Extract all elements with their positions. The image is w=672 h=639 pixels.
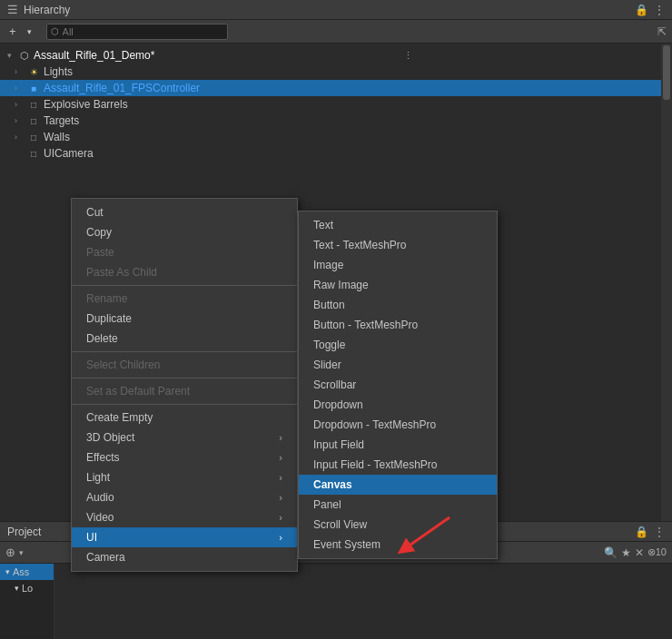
search-icon: ⬡ <box>51 26 59 36</box>
tree-item-walls[interactable]: › □ Walls <box>0 129 672 145</box>
cube-icon: ■ <box>27 82 40 94</box>
submenu-arrow-icon: › <box>279 452 282 463</box>
context-menu-primary: Cut Copy Paste Paste As Child Rename Dup… <box>71 198 298 572</box>
menu-scroll-view[interactable]: Scroll View <box>299 515 497 535</box>
star-icon[interactable]: ★ <box>621 546 631 559</box>
separator-3 <box>72 378 297 378</box>
menu-panel[interactable]: Panel <box>299 495 497 515</box>
menu-slider[interactable]: Slider <box>299 355 497 375</box>
tree-item-lights[interactable]: › ☀ Lights <box>0 64 672 80</box>
menu-dropdown-textmeshpro[interactable]: Dropdown - TextMeshPro <box>299 415 497 435</box>
menu-scrollbar[interactable]: Scrollbar <box>299 375 497 395</box>
row-more-icon[interactable]: ⋮ <box>403 50 413 62</box>
separator-4 <box>72 404 297 405</box>
more-icon[interactable]: ⋮ <box>654 4 665 16</box>
bottom-left-panel: ▾ Ass ▾ Lo <box>0 564 54 639</box>
search-input[interactable] <box>63 26 223 37</box>
menu-copy[interactable]: Copy <box>72 222 297 242</box>
tree-item-label: Assault_Rifle_01_Demo* <box>34 49 154 62</box>
menu-effects[interactable]: Effects › <box>72 447 297 467</box>
menu-ui[interactable]: UI › <box>72 527 297 547</box>
context-menu-ui-submenu: Text Text - TextMeshPro Image Raw Image … <box>298 211 498 559</box>
menu-button[interactable]: Button <box>299 295 497 315</box>
menu-select-children: Select Children <box>72 355 297 375</box>
search-bottom-icon[interactable]: 🔍 <box>604 546 618 559</box>
arrow-icon: › <box>15 100 24 109</box>
tree-item-label: Targets <box>44 114 79 127</box>
hierarchy-tree: ▾ ⬡ Assault_Rifle_01_Demo* ⋮ › › ☀ Light… <box>0 44 672 165</box>
scrollbar[interactable] <box>661 44 672 521</box>
tree-item-label: Walls <box>44 131 70 143</box>
arrow-icon: ▾ <box>7 51 16 60</box>
bottom-tree-label: Ass <box>13 566 29 577</box>
cube-icon: □ <box>27 131 40 143</box>
submenu-arrow-icon: › <box>279 492 282 503</box>
dropdown-icon[interactable]: ▾ <box>19 548 24 557</box>
tree-item-controller[interactable]: › ■ Assault_Rifle_01_FPSController › <box>0 80 672 96</box>
submenu-arrow-icon: › <box>279 472 282 483</box>
expand-icon[interactable]: ⇱ <box>657 25 667 38</box>
arrow-icon: ▾ <box>5 567 10 576</box>
menu-camera[interactable]: Camera <box>72 547 297 567</box>
project-header-icons: 🔒 ⋮ <box>635 526 665 538</box>
menu-duplicate[interactable]: Duplicate <box>72 309 297 329</box>
project-title: Project <box>7 526 41 538</box>
close-icon[interactable]: ✕ <box>635 546 644 559</box>
menu-canvas[interactable]: Canvas <box>299 475 497 495</box>
separator-2 <box>72 351 297 352</box>
submenu-arrow-icon: › <box>279 512 282 523</box>
menu-cut[interactable]: Cut <box>72 202 297 222</box>
hierarchy-toolbar: + ▾ ⬡ ⇱ <box>0 20 672 44</box>
menu-3d-object[interactable]: 3D Object › <box>72 428 297 447</box>
search-box: ⬡ <box>46 24 228 40</box>
tree-item-barrels[interactable]: › □ Explosive Barrels <box>0 96 672 113</box>
add-button[interactable]: + <box>5 23 20 40</box>
tree-item-root[interactable]: ▾ ⬡ Assault_Rifle_01_Demo* ⋮ › <box>0 47 672 64</box>
tree-item-label: Assault_Rifle_01_FPSController <box>44 82 200 94</box>
tree-item-label: Explosive Barrels <box>44 98 128 111</box>
menu-video[interactable]: Video › <box>72 507 297 527</box>
submenu-arrow-icon: › <box>279 432 282 443</box>
menu-button-textmeshpro[interactable]: Button - TextMeshPro <box>299 315 497 335</box>
hierarchy-header: ☰ Hierarchy 🔒 ⋮ <box>0 0 672 20</box>
count-badge: ⊗10 <box>647 546 667 558</box>
menu-event-system[interactable]: Event System <box>299 535 497 555</box>
scene-icon: ⬡ <box>20 50 29 62</box>
menu-input-field[interactable]: Input Field <box>299 435 497 455</box>
more-icon[interactable]: ⋮ <box>654 526 665 538</box>
menu-delete[interactable]: Delete <box>72 329 297 349</box>
menu-image[interactable]: Image <box>299 255 497 275</box>
light-icon: ☀ <box>27 65 40 78</box>
add-icon[interactable]: ⊕ <box>5 546 15 559</box>
menu-text[interactable]: Text <box>299 215 497 235</box>
cube-icon: □ <box>27 98 40 111</box>
header-title: Hierarchy <box>24 4 70 16</box>
menu-paste-as-child: Paste As Child <box>72 262 297 282</box>
arrow-icon: ▾ <box>15 584 19 593</box>
tree-item-targets[interactable]: › □ Targets <box>0 113 672 129</box>
header-icons: 🔒 ⋮ <box>635 4 665 16</box>
bottom-tree-item-lo[interactable]: ▾ Lo <box>0 580 54 596</box>
menu-create-empty[interactable]: Create Empty <box>72 408 297 428</box>
lock-icon[interactable]: 🔒 <box>635 526 648 538</box>
menu-light[interactable]: Light › <box>72 467 297 487</box>
menu-dropdown[interactable]: Dropdown <box>299 395 497 415</box>
lock-icon[interactable]: 🔒 <box>635 4 648 16</box>
add-dropdown[interactable]: ▾ <box>24 25 35 38</box>
menu-audio[interactable]: Audio › <box>72 487 297 507</box>
scroll-thumb[interactable] <box>663 45 670 100</box>
menu-toggle[interactable]: Toggle <box>299 335 497 355</box>
menu-input-field-textmeshpro[interactable]: Input Field - TextMeshPro <box>299 455 497 475</box>
bottom-tree-item-ass[interactable]: ▾ Ass <box>0 564 54 580</box>
bottom-content: ▾ Ass ▾ Lo <box>0 564 672 639</box>
menu-paste: Paste <box>72 242 297 262</box>
submenu-arrow-icon: › <box>279 532 282 543</box>
menu-raw-image[interactable]: Raw Image <box>299 275 497 295</box>
tree-item-uicamera[interactable]: □ UICamera <box>0 145 672 162</box>
bottom-tree-label: Lo <box>22 583 33 594</box>
bottom-right-panel <box>54 564 672 639</box>
arrow-icon: › <box>15 133 24 142</box>
hamburger-icon[interactable]: ☰ <box>7 3 18 16</box>
menu-rename: Rename <box>72 289 297 309</box>
menu-text-textmeshpro[interactable]: Text - TextMeshPro <box>299 235 497 255</box>
